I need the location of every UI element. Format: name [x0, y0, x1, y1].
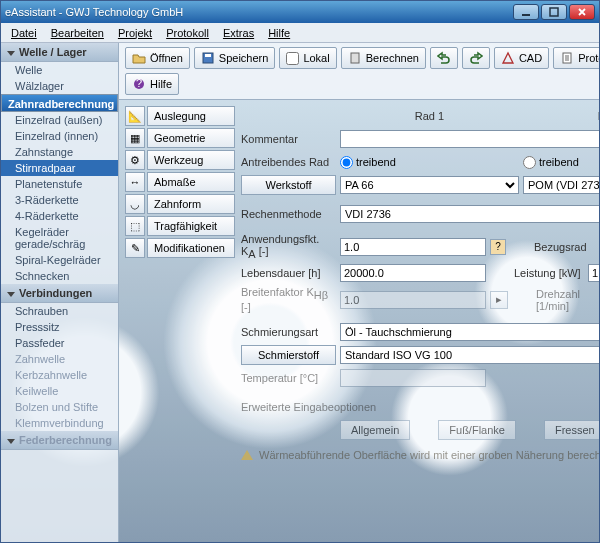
schmierstoff-button[interactable]: Schmierstoff — [241, 345, 336, 365]
tree-item-einzelrad-innen[interactable]: Einzelrad (innen) — [1, 128, 118, 144]
subnav-abmasse[interactable]: Abmaße — [147, 172, 235, 192]
kommentar-input[interactable] — [340, 130, 599, 148]
werkstoff2-select[interactable]: POM (VDI 2736) — [523, 176, 599, 194]
menu-bar: Datei Bearbeiten Projekt Protokoll Extra… — [1, 23, 599, 43]
cad-button[interactable]: CAD — [494, 47, 549, 69]
minimize-button[interactable] — [513, 4, 539, 20]
window-controls — [513, 4, 595, 20]
local-checkbox[interactable] — [286, 52, 299, 65]
menu-protokoll[interactable]: Protokoll — [160, 25, 215, 41]
sidebar-tree: Welle / Lager Welle Wälzlager Zahnradber… — [1, 43, 119, 542]
subnav-auslegung-icon[interactable]: 📐 — [125, 106, 145, 126]
rechen-select[interactable]: VDI 2736 — [340, 205, 599, 223]
subnav-zahnform[interactable]: Zahnform — [147, 194, 235, 214]
help-button[interactable]: ?Hilfe — [125, 73, 179, 95]
redo-button[interactable] — [462, 47, 490, 69]
title-bar: eAssistant - GWJ Technology GmbH — [1, 1, 599, 23]
tree-item-klemm[interactable]: Klemmverbindung — [1, 415, 118, 431]
tree-item-spiral-kegel[interactable]: Spiral-Kegelräder — [1, 252, 118, 268]
subnav-geometrie[interactable]: Geometrie — [147, 128, 235, 148]
menu-datei[interactable]: Datei — [5, 25, 43, 41]
undo-button[interactable] — [430, 47, 458, 69]
menu-extras[interactable]: Extras — [217, 25, 260, 41]
fussflanke-button[interactable]: Fuß/Flanke — [438, 420, 516, 440]
lbl-breiten: Breitenfaktor KHβ [-] — [241, 286, 336, 313]
subnav-tragfaehigkeit[interactable]: Tragfähigkeit — [147, 216, 235, 236]
content-area: 📐Auslegung ▦Geometrie ⚙Werkzeug ↔Abmaße … — [119, 100, 599, 542]
sub-navigation: 📐Auslegung ▦Geometrie ⚙Werkzeug ↔Abmaße … — [125, 106, 235, 536]
tree-item-4raederkette[interactable]: 4-Räderkette — [1, 208, 118, 224]
radio-rad2[interactable]: treibend — [523, 156, 599, 169]
svg-rect-0 — [522, 14, 530, 16]
werkstoff1-button[interactable]: Werkstoff — [241, 175, 336, 195]
subnav-abmasse-icon[interactable]: ↔ — [125, 172, 145, 192]
subnav-modifikationen-icon[interactable]: ✎ — [125, 238, 145, 258]
tree-item-kerbzahnwelle[interactable]: Kerbzahnwelle — [1, 367, 118, 383]
anwend-help-icon[interactable]: ? — [490, 239, 506, 255]
anwend-input[interactable] — [340, 238, 486, 256]
lbl-rechen: Rechenmethode — [241, 208, 336, 220]
tree-group-welle[interactable]: Welle / Lager — [1, 43, 118, 62]
schmier-select[interactable]: Öl - Tauchschmierung — [340, 323, 599, 341]
protocol-button[interactable]: Protokoll — [553, 47, 599, 69]
close-button[interactable] — [569, 4, 595, 20]
subnav-werkzeug[interactable]: Werkzeug — [147, 150, 235, 170]
tree-item-bolzen[interactable]: Bolzen und Stifte — [1, 399, 118, 415]
tree-item-passfeder[interactable]: Passfeder — [1, 335, 118, 351]
lbl-bezugsrad: Bezugsrad — [534, 241, 599, 253]
menu-bearbeiten[interactable]: Bearbeiten — [45, 25, 110, 41]
tree-item-schrauben[interactable]: Schrauben — [1, 303, 118, 319]
tree-item-planetenstufe[interactable]: Planetenstufe — [1, 176, 118, 192]
col-rad1: Rad 1 — [340, 110, 519, 122]
maximize-button[interactable] — [541, 4, 567, 20]
tree-item-presssitz[interactable]: Presssitz — [1, 319, 118, 335]
tree-item-stirnradpaar[interactable]: Stirnradpaar — [1, 160, 118, 176]
tree-item-einzelrad-aussen[interactable]: Einzelrad (außen) — [1, 112, 118, 128]
svg-rect-1 — [550, 8, 558, 16]
svg-text:?: ? — [136, 77, 142, 89]
tree-item-welle[interactable]: Welle — [1, 62, 118, 78]
lbl-temp: Temperatur [°C] — [241, 372, 336, 384]
window-title: eAssistant - GWJ Technology GmbH — [5, 6, 513, 18]
lbl-lebens: Lebensdauer [h] — [241, 267, 336, 279]
tree-item-waelzlager[interactable]: Wälzlager — [1, 78, 118, 94]
tree-item-3raederkette[interactable]: 3-Räderkette — [1, 192, 118, 208]
tree-item-kegelraeder[interactable]: Kegelräder gerade/schräg — [1, 224, 118, 252]
main-panel: Öffnen Speichern Lokal Berechnen CAD Pro… — [119, 43, 599, 542]
tree-item-schnecken[interactable]: Schnecken — [1, 268, 118, 284]
fressen-button[interactable]: Fressen — [544, 420, 599, 440]
tree-item-keilwelle[interactable]: Keilwelle — [1, 383, 118, 399]
subnav-geometrie-icon[interactable]: ▦ — [125, 128, 145, 148]
form-panel: Rad 1 Rad 2 Kommentar Antreibendes Rad t… — [241, 106, 599, 536]
save-button[interactable]: Speichern — [194, 47, 276, 69]
open-button[interactable]: Öffnen — [125, 47, 190, 69]
calc-button[interactable]: Berechnen — [341, 47, 426, 69]
breiten-input — [340, 291, 486, 309]
warning-icon — [241, 450, 253, 460]
lbl-leistung: Leistung [kW] — [514, 267, 584, 279]
subnav-modifikationen[interactable]: Modifikationen — [147, 238, 235, 258]
subnav-zahnform-icon[interactable]: ◡ — [125, 194, 145, 214]
lebens-input[interactable] — [340, 264, 486, 282]
menu-hilfe[interactable]: Hilfe — [262, 25, 296, 41]
tree-group-feder[interactable]: Federberechnung — [1, 431, 118, 450]
radio-rad1[interactable]: treibend — [340, 156, 519, 169]
subnav-tragfaehigkeit-icon[interactable]: ⬚ — [125, 216, 145, 236]
breiten-help-icon[interactable]: ▸ — [490, 291, 508, 309]
subnav-werkzeug-icon[interactable]: ⚙ — [125, 150, 145, 170]
tree-group-verbindungen[interactable]: Verbindungen — [1, 284, 118, 303]
allgemein-button[interactable]: Allgemein — [340, 420, 410, 440]
lbl-antreibend: Antreibendes Rad — [241, 156, 336, 168]
local-button[interactable]: Lokal — [279, 47, 336, 69]
leistung-input[interactable] — [588, 264, 599, 282]
werkstoff1-select[interactable]: PA 66 — [340, 176, 519, 194]
schmierstoff-select[interactable]: Standard ISO VG 100 — [340, 346, 599, 364]
tree-group-zahnrad[interactable]: Zahnradberechnung — [1, 94, 118, 112]
app-window: eAssistant - GWJ Technology GmbH Datei B… — [0, 0, 600, 543]
subnav-auslegung[interactable]: Auslegung — [147, 106, 235, 126]
svg-rect-3 — [205, 54, 211, 57]
toolbar: Öffnen Speichern Lokal Berechnen CAD Pro… — [119, 43, 599, 100]
tree-item-zahnstange[interactable]: Zahnstange — [1, 144, 118, 160]
tree-item-zahnwelle[interactable]: Zahnwelle — [1, 351, 118, 367]
menu-projekt[interactable]: Projekt — [112, 25, 158, 41]
